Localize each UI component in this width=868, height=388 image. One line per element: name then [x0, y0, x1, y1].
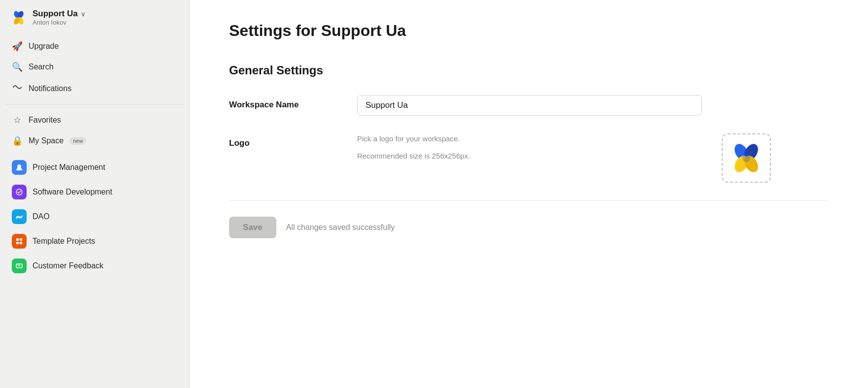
- svg-point-15: [742, 154, 750, 162]
- save-row: Save All changes saved successfully: [229, 217, 829, 238]
- logo-control: Pick a logo for your workspace. Recommen…: [357, 133, 702, 167]
- logo-preview-image: [727, 138, 766, 178]
- sidebar-item-my-space-label: My Space: [29, 136, 64, 145]
- save-success-message: All changes saved successfully: [286, 223, 395, 232]
- workspace-logo-icon: [11, 10, 27, 26]
- svg-rect-6: [16, 238, 19, 241]
- sidebar-nav-apps: Project Management Software Development …: [0, 153, 189, 280]
- page-title: Settings for Support Ua: [229, 22, 829, 40]
- sidebar-item-upgrade-label: Upgrade: [29, 42, 59, 51]
- chevron-down-icon: ∨: [81, 10, 86, 18]
- workspace-name-label: Workspace Name: [229, 95, 337, 110]
- sidebar-nav-top: 🚀 Upgrade 🔍 Search Notifications: [0, 34, 189, 101]
- svg-rect-8: [16, 242, 19, 244]
- svg-rect-7: [20, 238, 22, 241]
- sidebar-item-project-management-label: Project Management: [33, 163, 105, 172]
- sidebar-item-software-development-label: Software Development: [33, 188, 112, 196]
- sidebar-item-template-projects[interactable]: Template Projects: [5, 229, 184, 254]
- sidebar: Support Ua ∨ Anton Iokov 🚀 Upgrade 🔍 Sea…: [0, 0, 190, 388]
- project-management-icon: [12, 160, 27, 175]
- sidebar-divider-1: [6, 104, 183, 105]
- main-content: Settings for Support Ua General Settings…: [190, 0, 868, 388]
- dao-icon: [12, 209, 27, 224]
- sidebar-item-dao[interactable]: DAO: [5, 204, 184, 229]
- sidebar-item-customer-feedback[interactable]: Customer Feedback: [5, 254, 184, 278]
- search-icon: 🔍: [12, 62, 23, 72]
- workspace-name-label: Support Ua: [33, 9, 78, 19]
- logo-description-line2: Recommended size is 256x256px.: [357, 151, 702, 162]
- sidebar-nav-mid: ☆ Favorites 🔒 My Space new: [0, 108, 189, 153]
- customer-feedback-icon: [12, 259, 27, 273]
- sidebar-item-software-development[interactable]: Software Development: [5, 180, 184, 204]
- upgrade-icon: 🚀: [12, 41, 23, 52]
- star-icon: ☆: [12, 115, 23, 126]
- sidebar-item-project-management[interactable]: Project Management: [5, 155, 184, 180]
- sidebar-item-my-space[interactable]: 🔒 My Space new: [5, 130, 184, 151]
- workspace-user-label: Anton Iokov: [33, 19, 86, 26]
- sidebar-item-favorites[interactable]: ☆ Favorites: [5, 110, 184, 130]
- sidebar-item-favorites-label: Favorites: [29, 116, 61, 125]
- notifications-icon: [12, 82, 23, 95]
- sidebar-item-upgrade[interactable]: 🚀 Upgrade: [5, 36, 184, 57]
- workspace-name-input[interactable]: [357, 95, 702, 116]
- template-projects-icon: [12, 234, 27, 249]
- workspace-name-control: [357, 95, 702, 116]
- sidebar-item-notifications-label: Notifications: [29, 84, 71, 93]
- section-title: General Settings: [229, 64, 829, 77]
- logo-label: Logo: [229, 133, 337, 148]
- workspace-name-row: Workspace Name: [229, 95, 829, 116]
- svg-rect-9: [20, 242, 22, 244]
- lock-icon: 🔒: [12, 135, 23, 146]
- sidebar-item-customer-feedback-label: Customer Feedback: [33, 261, 103, 270]
- logo-description-line1: Pick a logo for your workspace.: [357, 133, 702, 145]
- new-badge: new: [69, 137, 86, 145]
- software-development-icon: [12, 185, 27, 199]
- sidebar-item-notifications[interactable]: Notifications: [5, 77, 184, 99]
- workspace-header[interactable]: Support Ua ∨ Anton Iokov: [0, 0, 189, 34]
- workspace-info: Support Ua ∨ Anton Iokov: [33, 9, 86, 26]
- logo-row: Logo Pick a logo for your workspace. Rec…: [229, 133, 829, 183]
- sidebar-item-search[interactable]: 🔍 Search: [5, 57, 184, 77]
- sidebar-item-search-label: Search: [29, 63, 54, 71]
- logo-preview[interactable]: [722, 133, 771, 183]
- save-button[interactable]: Save: [229, 217, 276, 238]
- sidebar-item-template-projects-label: Template Projects: [33, 237, 95, 246]
- section-divider: [229, 200, 829, 201]
- sidebar-item-dao-label: DAO: [33, 212, 50, 221]
